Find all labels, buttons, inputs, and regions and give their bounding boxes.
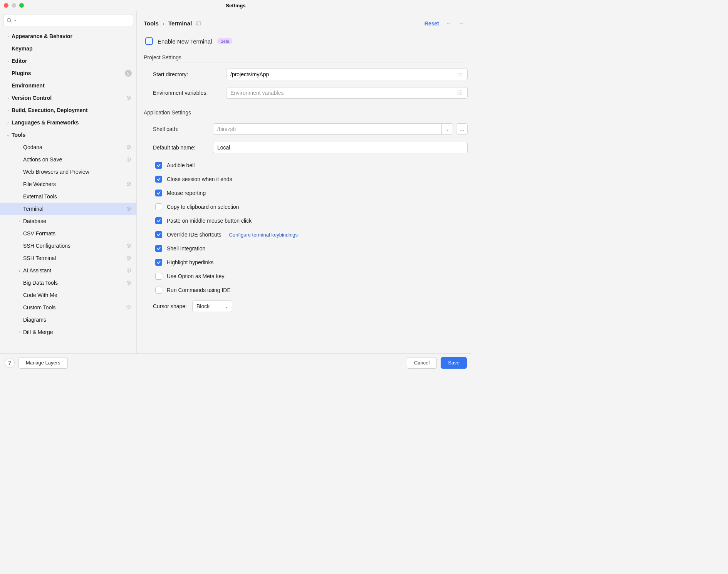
scope-icon [126, 206, 132, 211]
breadcrumb: Tools › Terminal [144, 20, 201, 27]
chevron-down-icon[interactable]: ⌄ [441, 123, 453, 135]
tree-item-ssh-terminal[interactable]: SSH Terminal [0, 252, 136, 264]
tree-item-external-tools[interactable]: External Tools [0, 190, 136, 203]
tree-item-code-with-me[interactable]: Code With Me [0, 289, 136, 301]
nav-forward-icon[interactable]: → [458, 20, 464, 27]
cursor-shape-select[interactable]: Block ⌄ [192, 300, 232, 312]
checkbox-audible-bell[interactable] [155, 162, 162, 169]
tree-item-qodana[interactable]: Qodana [0, 141, 136, 153]
list-icon[interactable] [457, 90, 463, 96]
browse-button[interactable]: … [456, 123, 468, 135]
tree-item-label: CSV Formats [23, 230, 132, 237]
tree-item-label: External Tools [23, 193, 132, 200]
tree-item-actions-on-save[interactable]: Actions on Save [0, 153, 136, 166]
checkbox-row: Override IDE shortcutsConfigure terminal… [144, 231, 468, 238]
checkbox-label: Close session when it ends [167, 176, 232, 182]
svg-rect-4 [458, 91, 462, 95]
checkbox-run-commands-using-ide[interactable] [155, 287, 162, 294]
tree-item-label: Web Browsers and Preview [23, 169, 132, 175]
tree-item-diagrams[interactable]: Diagrams [0, 314, 136, 326]
tree-item-label: Keymap [12, 45, 132, 52]
expand-arrow-icon[interactable]: ⌄ [5, 133, 12, 137]
checkbox-copy-to-clipboard-on-selection[interactable] [155, 203, 162, 210]
checkbox-highlight-hyperlinks[interactable] [155, 259, 162, 266]
tree-item-label: Actions on Save [23, 156, 126, 163]
folder-icon[interactable] [457, 72, 463, 77]
tree-item-file-watchers[interactable]: File Watchers [0, 178, 136, 190]
start-dir-input[interactable] [226, 69, 468, 80]
default-tab-input[interactable] [213, 142, 468, 153]
checkbox-label: Copy to clipboard on selection [167, 204, 239, 210]
checkbox-paste-on-middle-mouse-button-click[interactable] [155, 217, 162, 224]
search-field[interactable] [18, 18, 130, 23]
tree-item-diff-merge[interactable]: ›Diff & Merge [0, 326, 136, 338]
tree-item-terminal[interactable]: Terminal [0, 203, 136, 215]
checkbox-close-session-when-it-ends[interactable] [155, 176, 162, 183]
tree-item-keymap[interactable]: Keymap [0, 42, 136, 55]
checkbox-mouse-reporting[interactable] [155, 190, 162, 196]
tree-item-label: Qodana [23, 144, 126, 150]
checkbox-shell-integration[interactable] [155, 245, 162, 252]
count-badge: 5 [125, 70, 132, 77]
tree-item-label: Languages & Frameworks [12, 119, 132, 126]
expand-arrow-icon[interactable]: › [5, 59, 12, 63]
search-icon [7, 18, 12, 23]
scope-icon [126, 157, 132, 162]
tree-item-web-browsers-and-preview[interactable]: Web Browsers and Preview [0, 166, 136, 178]
tree-item-editor[interactable]: ›Editor [0, 55, 136, 67]
expand-arrow-icon[interactable]: › [5, 34, 12, 39]
nav-back-icon[interactable]: ← [446, 20, 451, 27]
tree-item-plugins[interactable]: Plugins5 [0, 67, 136, 79]
checkbox-use-option-as-meta-key[interactable] [155, 273, 162, 280]
tree-item-languages-frameworks[interactable]: ›Languages & Frameworks [0, 116, 136, 129]
manage-layers-button[interactable]: Manage Layers [18, 357, 68, 369]
tree-item-label: Environment [12, 82, 132, 89]
breadcrumb-separator: › [163, 20, 164, 27]
reset-button[interactable]: Reset [424, 20, 439, 27]
tree-item-custom-tools[interactable]: Custom Tools [0, 301, 136, 314]
enable-new-terminal-checkbox[interactable] [145, 37, 153, 45]
expand-arrow-icon[interactable]: › [5, 96, 12, 100]
expand-arrow-icon[interactable]: › [5, 121, 12, 125]
search-input[interactable]: ▾ [3, 15, 133, 26]
svg-rect-3 [198, 22, 201, 25]
tree-item-csv-formats[interactable]: CSV Formats [0, 227, 136, 240]
breadcrumb-leaf: Terminal [168, 20, 192, 27]
help-button[interactable]: ? [5, 358, 15, 368]
tree-item-appearance-behavior[interactable]: ›Appearance & Behavior [0, 30, 136, 42]
tree-item-label: SSH Configurations [23, 243, 126, 249]
scope-icon [126, 144, 132, 150]
tree-item-ai-assistant[interactable]: ›AI Assistant [0, 264, 136, 277]
tree-item-environment[interactable]: Environment [0, 79, 136, 92]
configure-keybindings-link[interactable]: Configure terminal keybindings [229, 232, 298, 238]
checkbox-row: Shell integration [144, 245, 468, 252]
checkbox-row: Highlight hyperlinks [144, 259, 468, 266]
checkbox-row: Copy to clipboard on selection [144, 203, 468, 210]
search-history-icon[interactable]: ▾ [14, 18, 16, 22]
tree-item-label: File Watchers [23, 181, 126, 187]
tree-item-label: SSH Terminal [23, 255, 126, 261]
tree-item-version-control[interactable]: ›Version Control [0, 92, 136, 104]
checkbox-label: Paste on middle mouse button click [167, 218, 252, 224]
checkbox-label: Mouse reporting [167, 190, 206, 196]
save-button[interactable]: Save [441, 357, 467, 369]
shell-path-input[interactable]: /bin/zsh ⌄ [213, 123, 453, 135]
tree-item-tools[interactable]: ⌄Tools [0, 129, 136, 141]
tree-item-big-data-tools[interactable]: Big Data Tools [0, 277, 136, 289]
tree-item-label: AI Assistant [23, 267, 126, 274]
expand-arrow-icon[interactable]: › [16, 269, 23, 273]
checkbox-override-ide-shortcuts[interactable] [155, 231, 162, 238]
expand-arrow-icon[interactable]: › [16, 219, 23, 223]
tree-item-ssh-configurations[interactable]: SSH Configurations [0, 240, 136, 252]
expand-arrow-icon[interactable]: › [5, 108, 12, 112]
checkbox-label: Override IDE shortcuts [167, 232, 221, 238]
cancel-button[interactable]: Cancel [407, 357, 437, 369]
tree-item-database[interactable]: ›Database [0, 215, 136, 227]
env-vars-label: Environment variables: [153, 90, 226, 96]
env-vars-input[interactable] [226, 87, 468, 99]
start-dir-label: Start directory: [153, 71, 226, 77]
expand-arrow-icon[interactable]: › [16, 330, 23, 334]
tree-item-build-execution-deployment[interactable]: ›Build, Execution, Deployment [0, 104, 136, 116]
checkbox-row: Audible bell [144, 162, 468, 169]
tree-item-label: Diff & Merge [23, 329, 132, 335]
